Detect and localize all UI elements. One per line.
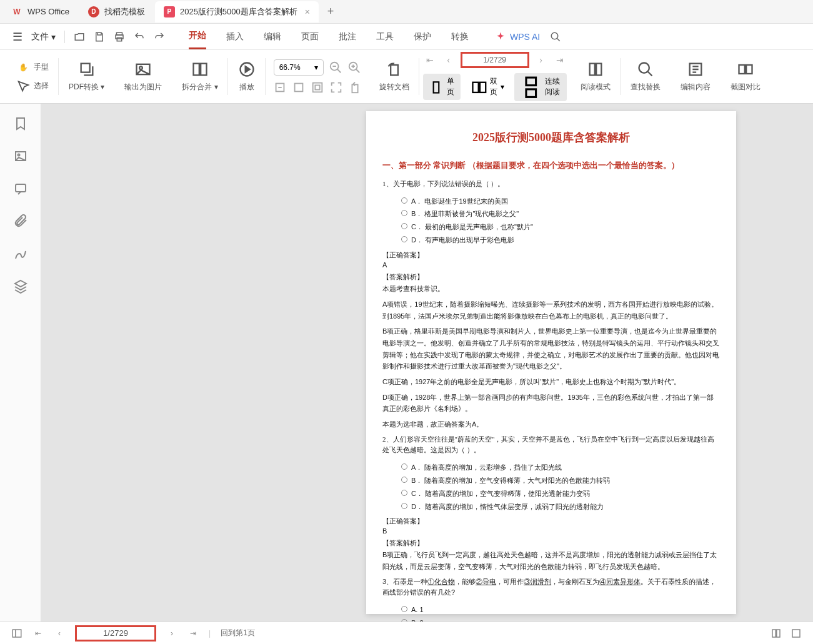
menu-tab-start[interactable]: 开始 — [189, 24, 206, 49]
divider — [64, 31, 65, 43]
select-tool-button[interactable]: 选择 — [14, 78, 51, 94]
radio-icon — [401, 490, 407, 496]
output-image-button[interactable]: 输出为图片 — [122, 59, 164, 94]
new-tab-button[interactable]: + — [320, 1, 341, 22]
file-menu[interactable]: 文件▾ — [31, 31, 56, 42]
tab-template[interactable]: D 找稻壳模板 — [79, 1, 154, 22]
last-page-button[interactable]: ⇥ — [187, 628, 199, 639]
find-replace-button[interactable]: 查找替换 — [628, 59, 663, 94]
rotate-icon — [386, 61, 403, 78]
page-number-input[interactable]: 1/2729 — [461, 52, 529, 68]
svg-rect-25 — [746, 65, 752, 74]
rotate-left-icon[interactable] — [348, 81, 362, 94]
ai-icon — [495, 31, 506, 42]
option-a: A． 随着高度的增加，云彩增多，挡住了太阳光线 — [401, 461, 720, 474]
document-viewport[interactable]: 2025版行测5000题库含答案解析 一、第一部分 常识判断 （根据题目要求，在… — [41, 104, 813, 622]
option-d: D． 有声电影的出现早于彩色电影 — [401, 234, 720, 247]
svg-rect-21 — [526, 89, 536, 97]
fit-page-icon[interactable] — [292, 81, 306, 94]
double-page-button[interactable]: 双页▾ — [466, 74, 509, 100]
analysis-text: C项正确，1927年之前的电影全是无声电影，所以叫"默片"，电影史上也称这个时期… — [382, 376, 720, 388]
first-page-button[interactable]: ⇤ — [32, 628, 44, 639]
next-page-button[interactable]: › — [166, 628, 177, 639]
open-icon[interactable] — [74, 31, 85, 42]
reading-mode-button[interactable]: 阅读模式 — [578, 59, 613, 94]
print-icon[interactable] — [114, 31, 125, 42]
layers-icon[interactable] — [13, 279, 28, 294]
settings-icon[interactable] — [791, 628, 802, 639]
fullscreen-icon[interactable] — [329, 81, 343, 94]
zoom-select[interactable]: 66.7%▾ — [274, 59, 324, 76]
actual-size-icon[interactable] — [311, 81, 324, 94]
menu-tab-tools[interactable]: 工具 — [376, 25, 394, 49]
menu-tab-annotation[interactable]: 批注 — [339, 25, 356, 49]
save-icon[interactable] — [94, 31, 105, 42]
left-sidebar — [0, 104, 41, 622]
hamburger-icon[interactable]: ☰ — [12, 30, 22, 44]
convert-icon — [78, 61, 96, 78]
hand-icon: ✋ — [16, 61, 30, 74]
menu-tab-protect[interactable]: 保护 — [414, 25, 431, 49]
pdf-icon: P — [164, 6, 175, 17]
tab-label: 找稻壳模板 — [104, 6, 145, 17]
screenshot-compare-button[interactable]: 截图对比 — [728, 59, 763, 94]
wps-ai-button[interactable]: WPS AI — [495, 31, 540, 42]
edit-content-button[interactable]: 编辑内容 — [678, 59, 713, 94]
correct-answer-value: B — [382, 527, 720, 535]
tab-current-document[interactable]: P 2025版行测5000题库含答案解析 × — [155, 1, 319, 22]
tab-wps-office[interactable]: W WPS Office — [2, 1, 78, 22]
comment-icon[interactable] — [13, 181, 28, 196]
book-icon — [587, 61, 604, 78]
signature-icon[interactable] — [13, 246, 28, 261]
undo-icon[interactable] — [134, 31, 145, 42]
svg-point-6 — [140, 66, 143, 69]
play-button[interactable]: 播放 — [236, 59, 258, 94]
fit-width-icon[interactable] — [273, 81, 287, 94]
menu-tab-insert[interactable]: 插入 — [226, 25, 244, 49]
last-page-button[interactable]: ⇥ — [553, 53, 567, 67]
correct-answer-value: A — [382, 261, 720, 269]
panel-icon[interactable] — [11, 628, 22, 639]
wps-logo-icon: W — [11, 6, 22, 17]
document-page: 2025版行测5000题库含答案解析 一、第一部分 常识判断 （根据题目要求，在… — [366, 111, 736, 614]
continuous-read-button[interactable]: 连续阅读 — [514, 73, 567, 102]
svg-rect-15 — [352, 84, 357, 92]
menu-tab-convert[interactable]: 转换 — [451, 25, 469, 49]
question-text: 3、石墨是一种①化合物，能够②导电，可用作③润滑剂，与金刚石互为④同素异形体。关… — [382, 577, 720, 598]
prev-page-button[interactable]: ‹ — [54, 628, 65, 639]
close-icon[interactable]: × — [305, 7, 310, 17]
search-icon[interactable] — [550, 31, 561, 42]
next-page-button[interactable]: › — [534, 53, 548, 67]
analysis-text: D项正确，1928年，世界上第一部音画同步的有声电影问世。1935年，三色的彩色… — [382, 392, 720, 415]
single-page-button[interactable]: 单页 — [423, 74, 461, 100]
pdf-convert-button[interactable]: PDF转换 ▾ — [66, 59, 107, 94]
page-number-input[interactable]: 1/2729 — [75, 625, 156, 642]
menu-tab-page[interactable]: 页面 — [301, 25, 319, 49]
rotate-document-button[interactable]: 旋转文档 — [377, 59, 412, 94]
svg-rect-8 — [201, 64, 206, 76]
hand-tool-button[interactable]: ✋手型 — [14, 59, 51, 76]
zoom-out-button[interactable] — [329, 61, 342, 74]
svg-rect-30 — [772, 630, 776, 637]
zoom-in-button[interactable] — [347, 61, 361, 74]
view-mode-icon[interactable] — [771, 628, 782, 639]
prev-page-button[interactable]: ‹ — [442, 53, 456, 67]
question-options: A． 电影诞生于19世纪末的美国 B． 格里菲斯被誉为"现代电影之父" C． 最… — [401, 195, 720, 247]
split-merge-button[interactable]: 拆分合并 ▾ — [179, 59, 220, 94]
attachment-icon[interactable] — [13, 214, 28, 229]
first-page-button[interactable]: ⇤ — [423, 53, 437, 67]
menu-tab-edit[interactable]: 编辑 — [264, 25, 281, 49]
toolbar: ✋手型 选择 PDF转换 ▾ 输出为图片 拆分合并 ▾ 播放 66.7%▾ 旋转… — [0, 50, 813, 104]
analysis-label: 【答案解析】 — [382, 538, 720, 548]
svg-rect-18 — [472, 82, 478, 92]
svg-rect-17 — [433, 82, 439, 92]
svg-rect-13 — [294, 83, 302, 91]
svg-rect-24 — [739, 65, 744, 74]
bookmark-icon[interactable] — [13, 116, 28, 131]
redo-icon[interactable] — [154, 31, 165, 42]
thumbnail-icon[interactable] — [13, 149, 28, 164]
back-to-first-page[interactable]: 回到第1页 — [221, 628, 255, 638]
svg-rect-19 — [480, 82, 486, 92]
image-icon — [134, 61, 152, 78]
analysis-text: A项错误，19世纪末，随着摄影缩短曝光、连续摄影等一系列技术的发明，西方各国开始… — [382, 299, 720, 322]
